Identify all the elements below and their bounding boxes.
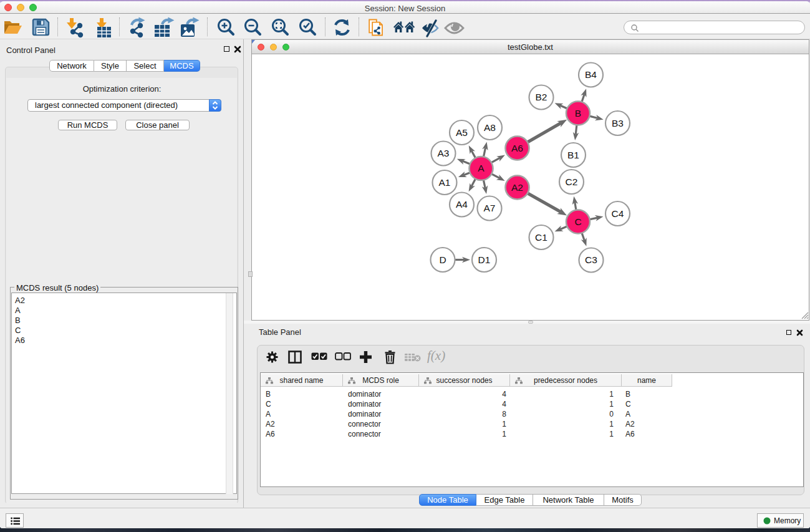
svg-text:A2: A2 (511, 182, 523, 193)
svg-text:A4: A4 (456, 199, 468, 210)
svg-text:D1: D1 (478, 254, 491, 265)
svg-text:C: C (574, 216, 581, 227)
svg-text:C2: C2 (566, 177, 578, 187)
svg-text:B1: B1 (567, 150, 579, 160)
svg-text:B2: B2 (536, 92, 547, 102)
svg-text:B4: B4 (585, 69, 597, 80)
svg-text:B: B (575, 108, 581, 118)
svg-text:A5: A5 (456, 127, 468, 138)
svg-text:A3: A3 (438, 148, 450, 158)
svg-text:C3: C3 (585, 254, 597, 265)
svg-text:D: D (439, 254, 446, 265)
svg-text:A8: A8 (484, 122, 496, 133)
svg-text:B3: B3 (612, 118, 624, 128)
svg-text:A1: A1 (439, 177, 451, 188)
svg-text:A: A (478, 163, 485, 173)
svg-text:A6: A6 (511, 143, 523, 153)
svg-text:C4: C4 (612, 208, 624, 219)
svg-text:A7: A7 (484, 203, 496, 213)
svg-text:C1: C1 (535, 232, 547, 243)
